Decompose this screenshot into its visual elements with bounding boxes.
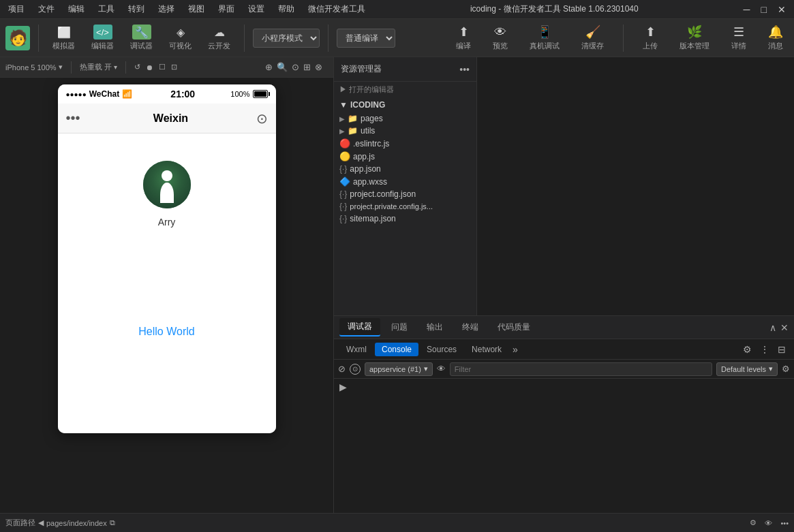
menu-item-project[interactable]: 项目	[5, 2, 27, 16]
compile-select[interactable]: 普通编译	[337, 29, 395, 48]
tab-debugger[interactable]: 调试器	[339, 318, 380, 337]
file-row-projectconfig[interactable]: {·} project.config.json	[334, 188, 476, 200]
opened-editors-section[interactable]: ▶ 打开的编辑器	[334, 82, 476, 97]
nav-action-button[interactable]: ⊙	[256, 110, 268, 127]
menu-item-view[interactable]: 视图	[185, 2, 207, 16]
editor-icon: </>	[93, 25, 112, 40]
file-row-utils[interactable]: ▶ 📁 utils	[334, 125, 476, 137]
page-copy-icon[interactable]: ⊕	[265, 62, 273, 72]
preview-button[interactable]: 👁 预览	[487, 22, 513, 54]
details-button[interactable]: ☰ 详情	[726, 22, 752, 54]
page-path-item[interactable]: 页面路径 ◀ pages/index/index ⧉	[5, 518, 115, 528]
block-icon[interactable]: ⊘	[338, 364, 346, 374]
file-row-pages[interactable]: ▶ 📁 pages	[334, 112, 476, 125]
pages-folder-icon: 📁	[348, 114, 358, 123]
subtab-wxml[interactable]: Wxml	[339, 343, 373, 356]
menu-item-select[interactable]: 选择	[155, 2, 177, 16]
more-options-icon[interactable]: ⋮	[757, 343, 772, 356]
subtab-sources[interactable]: Sources	[420, 343, 463, 356]
phone-time: 21:00	[135, 89, 230, 99]
hello-world-text: Hello World	[138, 326, 194, 338]
debugger-button[interactable]: 🔧 调试器	[125, 22, 158, 54]
filter-input[interactable]	[450, 362, 712, 376]
menu-item-file[interactable]: 文件	[35, 2, 57, 16]
eye-icon[interactable]: 👁	[437, 364, 446, 374]
tab-issues[interactable]: 问题	[383, 319, 416, 336]
record-button[interactable]: ⏺	[146, 63, 153, 72]
menu-item-tools[interactable]: 工具	[95, 2, 117, 16]
clear-cache-button[interactable]: 🧹 清缓存	[576, 22, 609, 54]
nav-more-button[interactable]: •••	[66, 110, 80, 126]
phone-view-button[interactable]: ☐	[159, 63, 166, 72]
real-device-button[interactable]: 📱 真机调试	[524, 22, 565, 54]
editor-button[interactable]: </> 编辑器	[86, 22, 119, 54]
copy-path-icon[interactable]: ⧉	[110, 518, 115, 527]
tab-code-quality[interactable]: 代码质量	[489, 319, 538, 336]
search-icon[interactable]: 🔍	[277, 62, 288, 72]
target-icon[interactable]: ⊙	[292, 62, 299, 72]
tab-output[interactable]: 输出	[418, 319, 451, 336]
console-content: ▶	[334, 379, 794, 513]
main-layout: iPhone 5 100% ▾ 热重载 开 ▾ ↺ ⏺ ☐ ⊡	[0, 57, 794, 513]
status-settings-icon[interactable]: ⚙	[750, 518, 757, 527]
phone-body: Arry Hello World	[58, 134, 276, 433]
page-path-label: 页面路径	[5, 518, 35, 528]
hot-reload-arrow-icon: ▾	[114, 63, 117, 71]
file-row-appjs[interactable]: 🟡 app.js	[334, 150, 476, 163]
settings-icon[interactable]: ⚙	[740, 343, 754, 356]
menu-item-interface[interactable]: 界面	[215, 2, 237, 16]
dock-icon[interactable]: ⊟	[775, 343, 789, 356]
avatar[interactable]: 🧑	[5, 26, 30, 50]
visual-button[interactable]: ◈ 可视化	[164, 22, 197, 54]
close-panel-icon[interactable]: ✕	[780, 322, 789, 333]
grid-button[interactable]: ⊡	[171, 63, 177, 72]
menu-bar: 项目 文件 编辑 工具 转到 选择 视图 界面 设置 帮助 微信开发者工具 ic…	[0, 0, 794, 19]
filter-gear-icon[interactable]: ⚙	[782, 364, 790, 374]
minimize-button[interactable]: ─	[741, 4, 753, 15]
status-eye-icon[interactable]: 👁	[765, 519, 772, 527]
tab-terminal[interactable]: 终端	[454, 319, 487, 336]
grid-icon: ⊡	[171, 63, 177, 72]
status-more-icon[interactable]: •••	[780, 519, 789, 527]
compile-button[interactable]: ⬆ 编译	[451, 22, 476, 54]
version-manage-button[interactable]: 🌿 版本管理	[674, 22, 715, 54]
subtab-network[interactable]: Network	[465, 343, 508, 356]
close-icon[interactable]: ⊗	[315, 62, 322, 72]
upload-button[interactable]: ⬆ 上传	[637, 22, 663, 54]
menu-item-wechat-devtools[interactable]: 微信开发者工具	[305, 2, 368, 16]
debugger-filter-bar: ⊘ ⊙ appservice (#1) ▾ 👁 Default levels ▾…	[334, 360, 794, 379]
main-toolbar: 🧑 ⬜ 模拟器 </> 编辑器 🔧 调试器 ◈ 可视化 ☁ 云开发 小程序模式 …	[0, 19, 794, 57]
split-icon[interactable]: ⊞	[303, 62, 311, 72]
explorer-more-icon[interactable]: •••	[459, 64, 470, 75]
notifications-button[interactable]: 🔔 消息	[763, 22, 789, 54]
menu-item-help[interactable]: 帮助	[275, 2, 297, 16]
menu-item-settings[interactable]: 设置	[245, 2, 267, 16]
file-row-appwxss[interactable]: 🔷 app.wxss	[334, 175, 476, 188]
maximize-button[interactable]: □	[759, 4, 769, 15]
hot-reload-toggle[interactable]: 热重载 开 ▾	[80, 62, 117, 72]
appservice-dropdown[interactable]: appservice (#1) ▾	[365, 362, 433, 376]
subtab-console[interactable]: Console	[375, 343, 418, 356]
file-row-projectprivate[interactable]: {·} project.private.config.js...	[334, 200, 476, 213]
device-select[interactable]: iPhone 5 100% ▾	[5, 63, 63, 72]
visual-label: 可视化	[169, 41, 192, 51]
icoding-header[interactable]: ▼ ICODING	[334, 97, 476, 112]
close-button[interactable]: ✕	[775, 4, 789, 15]
simulator-button[interactable]: ⬜ 模拟器	[47, 22, 80, 54]
file-row-eslintrc[interactable]: 🔴 .eslintrc.js	[334, 137, 476, 150]
refresh-button[interactable]: ↺	[134, 63, 140, 72]
right-top: 资源管理器 ••• ▶ 打开的编辑器 ▼ ICODING ▶ 📁 pages	[334, 57, 794, 316]
subtabs-more-icon[interactable]: »	[513, 344, 518, 355]
mode-select[interactable]: 小程序模式	[253, 29, 320, 48]
toolbar-separator-3	[328, 25, 329, 52]
collapse-panel-icon[interactable]: ∧	[769, 322, 776, 333]
menu-item-edit[interactable]: 编辑	[65, 2, 87, 16]
menu-item-goto[interactable]: 转到	[125, 2, 147, 16]
info-circle-icon[interactable]: ⊙	[350, 364, 361, 375]
file-row-sitemap[interactable]: {·} sitemap.json	[334, 213, 476, 225]
console-prompt-icon[interactable]: ▶	[339, 381, 347, 392]
levels-dropdown[interactable]: Default levels ▾	[716, 362, 778, 376]
debugger-icon: 🔧	[132, 25, 151, 40]
cloud-button[interactable]: ☁ 云开发	[202, 22, 236, 54]
file-row-appjson[interactable]: {·} app.json	[334, 163, 476, 175]
